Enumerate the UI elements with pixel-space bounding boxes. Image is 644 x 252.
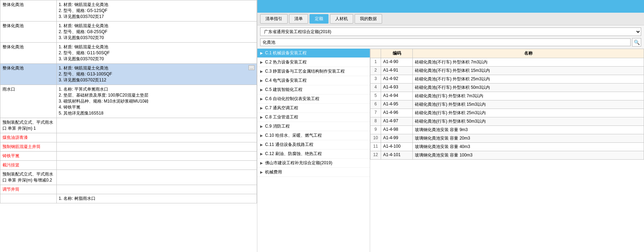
left-col1: 调节井筒	[0, 185, 57, 194]
tree-arrow-icon: ▶	[260, 88, 264, 92]
tab-人材机[interactable]: 人材机	[330, 14, 353, 24]
result-row[interactable]: 2A1-4-91砖砌化粪池(不行车) 外型体积 15m3以内	[370, 67, 644, 75]
result-code: A1-4-90	[381, 58, 413, 67]
result-name: 砖砌化粪池(行车) 外型体积 7m3以内	[413, 92, 644, 100]
result-code: A1-4-92	[381, 75, 413, 84]
tree-item-label: 机械费用	[265, 169, 282, 175]
quota-dropdown[interactable]: 广东省通用安装工程综合定额(2018)	[260, 27, 641, 36]
tree-item-label: C.12 刷油、防腐蚀、绝热工程	[265, 151, 322, 157]
result-name: 砖砌化粪池(不行车) 外型体积 25m3以内	[413, 75, 644, 84]
tree-arrow-icon: ▶	[260, 134, 264, 137]
result-num: 6	[370, 100, 381, 109]
left-col1: 预制装配式立式、平式雨水口 单算 井深(m) 每增减0.2	[0, 170, 57, 185]
tree-item[interactable]: ▶C.3 静置设备与工艺金属结构制作安装工程	[257, 67, 370, 76]
tree-arrow-icon: ▶	[260, 143, 264, 147]
ellipsis-button[interactable]: ...	[249, 65, 254, 70]
left-col2: 1. 材质: 钢筋混凝土化粪池2. 型号、规格: G5-12SQF3. 详见图集…	[56, 0, 257, 21]
tree-arrow-icon: ▶	[260, 161, 264, 165]
tree-item-label: C.1 机械设备安装工程	[265, 50, 307, 56]
tree-item-label: C.9 消防工程	[265, 123, 290, 129]
tree-arrow-icon: ▶	[260, 124, 264, 128]
result-code: A1-4-93	[381, 84, 413, 92]
tree-item[interactable]: ▶C.8 工业管道工程	[257, 113, 370, 122]
result-row[interactable]: 6A1-4-95砖砌化粪池(行车) 外型体积 15m3以内	[370, 100, 644, 109]
tree-item[interactable]: ▶佛山市建设工程补充综合定额(2019)	[257, 159, 370, 168]
result-col-header	[370, 49, 381, 58]
result-num: 11	[370, 143, 381, 151]
right-query-panel: 清单指引清单定额人材机我的数据 广东省通用安装工程综合定额(2018) 🔍 ▶C…	[257, 0, 644, 252]
left-col1: 整体化粪池	[0, 64, 57, 85]
tab-清单指引[interactable]: 清单指引	[260, 14, 288, 24]
left-col2	[56, 133, 257, 142]
result-num: 12	[370, 151, 381, 160]
result-name: 玻璃钢化粪池安装 容量 20m3	[413, 134, 644, 143]
tree-item[interactable]: ▶C.12 刷油、防腐蚀、绝热工程	[257, 149, 370, 159]
tree-item-label: C.7 通风空调工程	[265, 105, 298, 111]
left-col2	[56, 170, 257, 185]
left-col1: 整体化粪池	[0, 0, 57, 21]
tree-item[interactable]: ▶C.10 给排水、采暖、燃气工程	[257, 131, 370, 140]
tree-item[interactable]: ▶C.6 自动化控制仪表安装工程	[257, 94, 370, 104]
result-row[interactable]: 5A1-4-94砖砌化粪池(行车) 外型体积 7m3以内	[370, 92, 644, 100]
result-col-header: 编码	[381, 49, 413, 58]
left-table-panel: 整体化粪池1. 材质: 钢筋混凝土化粪池2. 型号、规格: G5-12SQF3.…	[0, 0, 257, 252]
tree-item[interactable]: ▶C.9 消防工程	[257, 122, 370, 131]
result-row[interactable]: 11A1-4-100玻璃钢化粪池安装 容量 40m3	[370, 143, 644, 151]
left-col2	[56, 152, 257, 161]
tab-清单[interactable]: 清单	[289, 14, 308, 24]
result-name: 砖砌化粪池(行车) 外型体积 50m3以内	[413, 117, 644, 126]
left-col2	[56, 185, 257, 194]
left-col1: 预制钢筋混凝土井筒	[0, 142, 57, 152]
tree-arrow-icon: ▶	[260, 106, 264, 110]
tree-panel: ▶C.1 机械设备安装工程▶C.2 热力设备安装工程▶C.3 静置设备与工艺金属…	[257, 49, 370, 252]
result-num: 7	[370, 109, 381, 117]
tree-arrow-icon: ▶	[260, 152, 264, 156]
tree-item[interactable]: ▶C.4 电气设备安装工程	[257, 76, 370, 85]
left-col2: 1. 名称: 平箅式单篦雨水口2. 垫层、基础材质及厚度: 100厚C20混凝土…	[56, 85, 257, 118]
left-data-table: 整体化粪池1. 材质: 钢筋混凝土化粪池2. 型号、规格: G5-12SQF3.…	[0, 0, 257, 203]
left-col2	[56, 161, 257, 170]
tree-arrow-icon: ▶	[260, 69, 264, 73]
result-row[interactable]: 7A1-4-96砖砌化粪池(行车) 外型体积 25m3以内	[370, 109, 644, 117]
result-name: 砖砌化粪池(行车) 外型体积 25m3以内	[413, 109, 644, 117]
left-col1: 预制装配式立式、平式雨水口 单算 井深(m) 1	[0, 118, 57, 133]
tree-item[interactable]: ▶C.1 机械设备安装工程	[257, 49, 370, 58]
result-name: 玻璃钢化粪池安装 容量 9m3	[413, 126, 644, 134]
tree-item[interactable]: ▶C.7 通风空调工程	[257, 104, 370, 113]
result-num: 5	[370, 92, 381, 100]
result-row[interactable]: 12A1-4-101玻璃钢化粪池安装 容量 100m3	[370, 151, 644, 160]
tree-item[interactable]: ▶C.5 建筑智能化工程	[257, 85, 370, 94]
tree-arrow-icon: ▶	[260, 115, 264, 119]
result-name: 砖砌化粪池(不行车) 外型体积 15m3以内	[413, 67, 644, 75]
tab-定额[interactable]: 定额	[309, 14, 329, 24]
left-col1: 截污挂篮	[0, 161, 57, 170]
tab-我的数据[interactable]: 我的数据	[355, 14, 382, 24]
left-col1: 雨水口	[0, 85, 57, 118]
tree-arrow-icon: ▶	[260, 79, 264, 82]
tree-arrow-icon: ▶	[260, 170, 264, 174]
result-row[interactable]: 4A1-4-93砖砌化粪池(不行车) 外型体积 50m3以内	[370, 84, 644, 92]
result-num: 10	[370, 134, 381, 143]
result-num: 4	[370, 84, 381, 92]
result-row[interactable]: 3A1-4-92砖砌化粪池(不行车) 外型体积 25m3以内	[370, 75, 644, 84]
result-name: 玻璃钢化粪池安装 容量 100m3	[413, 151, 644, 160]
search-icon-btn[interactable]: 🔍	[632, 38, 641, 47]
content-area: ▶C.1 机械设备安装工程▶C.2 热力设备安装工程▶C.3 静置设备与工艺金属…	[257, 49, 644, 252]
result-row[interactable]: 10A1-4-99玻璃钢化粪池安装 容量 20m3	[370, 134, 644, 143]
left-col2: 1. 名称: 树脂雨水口	[56, 194, 257, 203]
tree-item-label: C.10 给排水、采暖、燃气工程	[265, 133, 322, 139]
result-name: 砖砌化粪池(行车) 外型体积 15m3以内	[413, 100, 644, 109]
left-col2: 1. 材质: 钢筋混凝土化粪池2. 型号、规格: G11-50SQF3. 详见图…	[56, 43, 257, 64]
tree-item[interactable]: ▶C.11 通信设备及线路工程	[257, 140, 370, 149]
left-col2	[56, 118, 257, 133]
tree-item[interactable]: ▶机械费用	[257, 168, 370, 177]
dropdown-row: 广东省通用安装工程综合定额(2018)	[257, 25, 644, 38]
left-col2	[56, 142, 257, 152]
result-code: A1-4-99	[381, 134, 413, 143]
left-col1	[0, 194, 57, 203]
result-row[interactable]: 1A1-4-90砖砌化粪池(不行车) 外型体积 7m3以内	[370, 58, 644, 67]
result-row[interactable]: 8A1-4-97砖砌化粪池(行车) 外型体积 50m3以内	[370, 117, 644, 126]
tree-item[interactable]: ▶C.2 热力设备安装工程	[257, 58, 370, 67]
result-row[interactable]: 9A1-4-98玻璃钢化粪池安装 容量 9m3	[370, 126, 644, 134]
search-input[interactable]	[260, 38, 631, 46]
